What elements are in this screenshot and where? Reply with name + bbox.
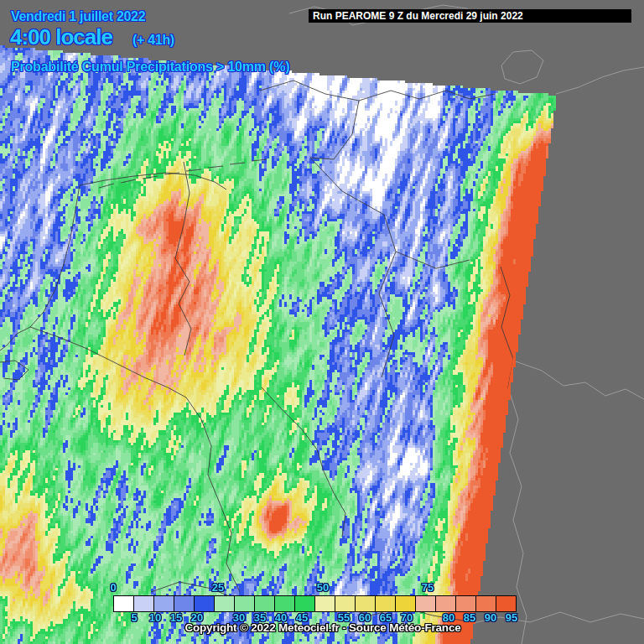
legend-cell (254, 595, 275, 612)
legend-cell (355, 595, 376, 612)
legend-cell (133, 595, 154, 612)
legend-cell (335, 595, 356, 612)
legend-cell (274, 595, 295, 612)
copyright-text: Copyright © 2022 Meteociel.fr - Source M… (113, 621, 532, 634)
legend-cell (294, 595, 315, 612)
forecast-hour-offset: (+ 41h) (132, 33, 174, 47)
weather-forecast-page: Vendredi 1 juillet 2022 4:00 locale(+ 41… (0, 0, 644, 644)
legend-tick: 0 (110, 581, 116, 594)
legend-cell (455, 595, 476, 612)
forecast-date: Vendredi 1 juillet 2022 (11, 9, 145, 24)
legend-cell (314, 595, 335, 612)
probability-legend: 02550755101520303540455560657080859095 (113, 595, 532, 612)
legend-tick: 50 (317, 581, 329, 594)
legend-cell (234, 595, 255, 612)
legend-cell (194, 595, 215, 612)
legend-color-bar (113, 595, 532, 612)
map-title: Probabilité Cumul Precipitations > 10mm … (11, 60, 289, 75)
legend-cell (435, 595, 456, 612)
run-info-bar: Run PEAROME 9 Z du Mercredi 29 juin 2022 (309, 9, 631, 23)
forecast-time-row: 4:00 locale(+ 41h) (10, 24, 174, 50)
legend-cell (153, 595, 174, 612)
forecast-local-time: 4:00 locale (10, 24, 112, 49)
legend-cell (415, 595, 436, 612)
legend-cell (214, 595, 235, 612)
legend-tick: 25 (212, 581, 224, 594)
legend-cell (475, 595, 496, 612)
legend-cell (395, 595, 416, 612)
legend-cell (496, 595, 517, 612)
legend-cell (174, 595, 195, 612)
precipitation-probability-map (0, 0, 644, 644)
legend-cell (113, 595, 134, 612)
legend-tick: 75 (422, 581, 434, 594)
legend-cell (375, 595, 396, 612)
